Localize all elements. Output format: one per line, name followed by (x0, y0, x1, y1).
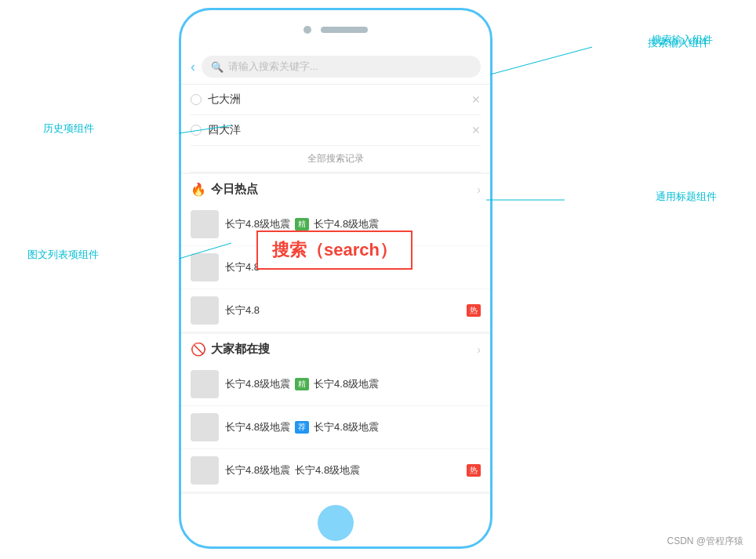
popular-thumb-1-3 (191, 456, 219, 485)
hot-today-header: 🔥 今日热点 › (181, 174, 490, 203)
list-content-1: 长宁4.8级地震 精 长宁4.8级地震 (225, 217, 481, 231)
history-circle-icon-2 (191, 125, 202, 136)
annotation-label-history: 历史项组件 (43, 122, 94, 136)
tag-jing-2: 精 (295, 378, 309, 390)
watermark: CSDN @管程序猿 (667, 535, 743, 548)
search-bar: ‹ 🔍 请输入搜索关键字... (181, 49, 490, 85)
history-item-left-1: 七大洲 (191, 93, 241, 107)
history-close-1[interactable]: ✕ (471, 93, 481, 106)
popular-text-1-3b: 长宁4.8级地震 (295, 463, 360, 477)
popular-text-1-3: 长宁4.8级地震 (225, 463, 290, 477)
phone-speaker (321, 27, 368, 33)
hot-today-title: 🔥 今日热点 (191, 182, 258, 197)
section-arrow-2: › (477, 343, 481, 356)
history-circle-icon (191, 94, 202, 105)
fire-icon: 🔥 (191, 182, 206, 197)
list-text-2: 长宁4.8 (225, 260, 260, 274)
popular-text-1-2b: 长宁4.8级地震 (314, 420, 379, 434)
svg-line-0 (490, 47, 592, 74)
popular-item-1-2[interactable]: 长宁4.8级地震 荐 长宁4.8级地震 (181, 406, 490, 449)
search-input[interactable]: 请输入搜索关键字... (228, 60, 318, 74)
search-input-box[interactable]: 🔍 请输入搜索关键字... (202, 56, 481, 78)
list-content-3: 长宁4.8 (225, 303, 460, 318)
popular-item-1-3[interactable]: 长宁4.8级地震 长宁4.8级地震 热 (181, 449, 490, 492)
tag-hot-2: 热 (467, 464, 481, 477)
popular-search-section-1: 🚫 大家都在搜 › 长宁4.8级地震 精 长宁4.8级地震 长宁4.8级地震 荐 (181, 334, 490, 492)
popular-content-1-2: 长宁4.8级地震 荐 长宁4.8级地震 (225, 420, 481, 434)
search-icon: 🔍 (211, 61, 224, 73)
popular-icon-1: 🚫 (191, 342, 206, 357)
phone-camera (303, 26, 311, 34)
phone-bottom-bar (181, 499, 490, 546)
list-item-hot-3[interactable]: 长宁4.8 热 (181, 289, 490, 332)
history-item-left-2: 四大洋 (191, 123, 241, 137)
list-text-1: 长宁4.8级地震 (225, 217, 290, 231)
popular-title-1: 🚫 大家都在搜 (191, 342, 270, 357)
popular-text-1-1: 长宁4.8级地震 (225, 377, 290, 391)
history-item-1[interactable]: 七大洲 ✕ (191, 85, 481, 115)
list-thumb-2 (191, 253, 219, 281)
home-button[interactable] (318, 505, 354, 541)
popular-thumb-1-2 (191, 413, 219, 441)
list-thumb-3 (191, 296, 219, 325)
popular-content-1-1: 长宁4.8级地震 精 长宁4.8级地震 (225, 377, 481, 391)
popular-text-1-2: 长宁4.8级地震 (225, 420, 290, 434)
history-section: 七大洲 ✕ 四大洋 ✕ 全部搜索记录 (181, 85, 490, 172)
popular-header-2: 🚫 大家都在搜 › (181, 494, 490, 499)
hot-today-label: 今日热点 (211, 182, 258, 197)
tag-hot-1: 热 (467, 304, 481, 317)
popular-header-1: 🚫 大家都在搜 › (181, 334, 490, 363)
popular-text-1-1b: 长宁4.8级地震 (314, 377, 379, 391)
back-button[interactable]: ‹ (191, 59, 195, 75)
list-text-1b: 长宁4.8级地震 (314, 217, 379, 231)
section-arrow-1: › (477, 183, 481, 196)
popular-content-1-3: 长宁4.8级地震 长宁4.8级地震 (225, 463, 460, 477)
phone-top-bar (181, 10, 490, 49)
annotation-label-image-list: 图文列表项组件 (27, 248, 99, 262)
history-item-2[interactable]: 四大洋 ✕ (191, 115, 481, 146)
search-label-overlay: 搜索（search） (256, 230, 413, 270)
annotation-label-title: 通用标题组件 (656, 190, 717, 204)
tag-jing-1: 精 (295, 218, 309, 230)
popular-thumb-1-1 (191, 370, 219, 398)
list-thumb-1 (191, 210, 219, 238)
clear-history-button[interactable]: 全部搜索记录 (191, 146, 481, 172)
annotation-label-search-input: 搜索输入组件 (652, 33, 713, 47)
popular-label-1: 大家都在搜 (211, 342, 270, 357)
history-text-1: 七大洲 (208, 93, 241, 107)
history-close-2[interactable]: ✕ (471, 124, 481, 136)
tag-rec-1: 荐 (295, 421, 309, 434)
popular-item-1-1[interactable]: 长宁4.8级地震 精 长宁4.8级地震 (181, 363, 490, 406)
history-text-2: 四大洋 (208, 123, 241, 137)
phone-screen: ‹ 🔍 请输入搜索关键字... 七大洲 ✕ 四大洋 ✕ (181, 49, 490, 499)
list-text-3: 长宁4.8 (225, 303, 260, 318)
popular-search-section-2: 🚫 大家都在搜 › 长宁4.8级地震 精 长宁4.8级地震 长宁4.8级地震 荐 (181, 494, 490, 499)
phone-frame: ‹ 🔍 请输入搜索关键字... 七大洲 ✕ 四大洋 ✕ (179, 8, 492, 549)
